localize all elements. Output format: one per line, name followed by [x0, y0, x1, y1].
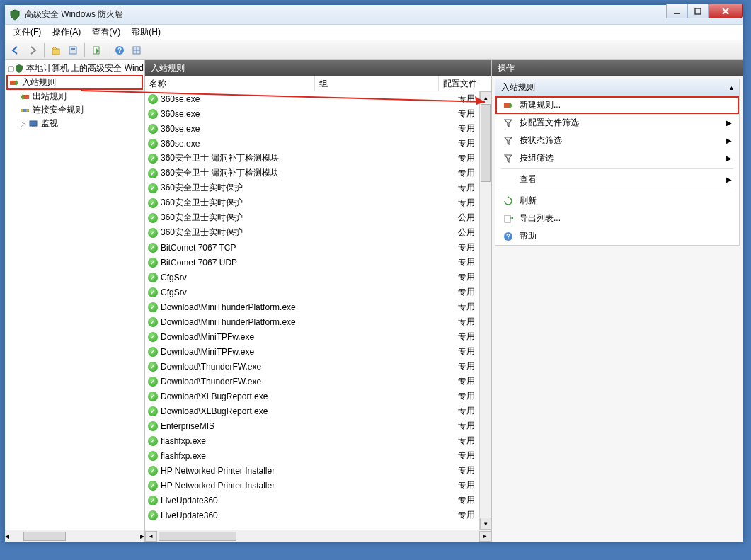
actions-body: 入站规则 ▴ 新建规则... 按配置文件筛选 ▶ 按状态筛选 [492, 76, 743, 542]
collapse-icon[interactable]: ▴ [730, 84, 733, 91]
help-icon: ? [503, 231, 514, 242]
titlebar[interactable]: 高级安全 Windows 防火墙 [5, 5, 743, 25]
tree-root[interactable]: ▢ 本地计算机 上的高级安全 Wind [6, 62, 143, 75]
menu-file[interactable]: 文件(F) [8, 25, 47, 40]
refresh-icon [503, 195, 514, 207]
action-help[interactable]: ? 帮助 [495, 227, 739, 245]
rule-row[interactable]: 360安全卫士实时保护专用 [145, 181, 491, 195]
rule-row[interactable]: Download\XLBugReport.exe专用 [145, 404, 491, 418]
properties-button[interactable] [65, 42, 81, 58]
rule-row[interactable]: flashfxp.exe专用 [145, 448, 491, 463]
view-toggle-button[interactable] [129, 42, 144, 58]
rules-list[interactable]: 360se.exe专用360se.exe专用360se.exe专用360se.e… [145, 91, 491, 530]
rule-row[interactable]: BitComet 7067 UDP专用 [145, 255, 491, 270]
up-button[interactable] [48, 42, 64, 58]
rule-row[interactable]: Download\MiniTPFw.exe专用 [145, 329, 491, 344]
tree-outbound-rules[interactable]: 出站规则 [6, 90, 143, 103]
enabled-icon [148, 228, 158, 238]
action-refresh-label: 刷新 [520, 195, 537, 207]
rule-row[interactable]: Download\MiniTPFw.exe专用 [145, 344, 491, 359]
rule-row[interactable]: flashfxp.exe专用 [145, 433, 491, 448]
rule-row[interactable]: Download\MiniThunderPlatform.exe专用 [145, 299, 491, 314]
rule-row[interactable]: LiveUpdate360专用 [145, 493, 491, 508]
rule-row[interactable]: HP Networked Printer Installer专用 [145, 463, 491, 478]
tree-connection-security[interactable]: 连接安全规则 [6, 103, 143, 117]
col-profile[interactable]: 配置文件 [439, 76, 491, 91]
firewall-window: 高级安全 Windows 防火墙 文件(F) 操作(A) 查看(V) 帮助(H)… [4, 4, 743, 542]
action-filter-group[interactable]: 按组筛选 ▶ [495, 149, 739, 167]
tree-inbound-rules[interactable]: 入站规则 [6, 75, 143, 90]
action-refresh[interactable]: 刷新 [495, 192, 739, 210]
rule-profile: 专用 [458, 137, 475, 149]
rule-row[interactable]: Download\XLBugReport.exe专用 [145, 389, 491, 404]
scroll-thumb[interactable] [159, 532, 236, 541]
rule-profile: 专用 [458, 197, 475, 209]
action-filter-profile[interactable]: 按配置文件筛选 ▶ [495, 114, 739, 132]
action-export[interactable]: 导出列表... [495, 210, 739, 227]
rule-row[interactable]: 360se.exe专用 [145, 106, 491, 121]
tree-monitor[interactable]: ▷ 监视 [6, 117, 143, 130]
col-group[interactable]: 组 [315, 76, 439, 91]
rule-row[interactable]: 360se.exe专用 [145, 136, 491, 151]
scroll-right-arrow[interactable]: ▸ [479, 531, 491, 542]
actions-section-header[interactable]: 入站规则 ▴ [495, 79, 739, 96]
rule-row[interactable]: HP Networked Printer Installer专用 [145, 478, 491, 493]
outbound-icon [19, 91, 30, 103]
rule-row[interactable]: LiveUpdate360专用 [145, 508, 491, 522]
rule-name: 360安全卫士 漏洞补丁检测模块 [161, 152, 458, 164]
action-new-rule[interactable]: 新建规则... [495, 96, 739, 114]
svg-rect-1 [695, 8, 701, 14]
rule-row[interactable]: Download\ThunderFW.exe专用 [145, 374, 491, 389]
rule-profile: 专用 [458, 93, 475, 105]
col-name[interactable]: 名称 [145, 76, 315, 91]
rule-name: BitComet 7067 TCP [161, 243, 458, 253]
expand-icon[interactable]: ▷ [19, 120, 28, 127]
forward-button[interactable] [25, 42, 40, 58]
tree-h-scrollbar[interactable]: ◂ ▸ [5, 530, 144, 542]
menu-view[interactable]: 查看(V) [86, 25, 126, 40]
rules-h-scrollbar[interactable]: ◂ ▸ [145, 530, 491, 542]
maximize-button[interactable] [687, 4, 709, 18]
rule-row[interactable]: 360se.exe专用 [145, 121, 491, 136]
scroll-down-arrow[interactable]: ▾ [480, 518, 491, 530]
back-button[interactable] [8, 42, 23, 58]
rule-row[interactable]: Download\ThunderFW.exe专用 [145, 359, 491, 374]
menu-action[interactable]: 操作(A) [47, 25, 86, 40]
rule-profile: 专用 [458, 450, 475, 462]
rule-row[interactable]: BitComet 7067 TCP专用 [145, 240, 491, 255]
svg-rect-19 [505, 215, 510, 222]
rule-profile: 公用 [458, 212, 475, 224]
action-filter-profile-label: 按配置文件筛选 [520, 117, 579, 129]
scroll-up-arrow[interactable]: ▴ [480, 91, 491, 103]
action-filter-state[interactable]: 按状态筛选 ▶ [495, 132, 739, 149]
rule-profile: 专用 [458, 316, 475, 328]
scroll-thumb[interactable] [23, 532, 66, 541]
rule-row[interactable]: CfgSrv专用 [145, 270, 491, 285]
rule-row[interactable]: 360安全卫士实时保护公用 [145, 210, 491, 225]
rule-row[interactable]: 360安全卫士实时保护专用 [145, 195, 491, 210]
svg-rect-18 [504, 103, 510, 108]
rule-row[interactable]: 360se.exe专用 [145, 91, 491, 106]
action-view[interactable]: 查看 ▶ [495, 171, 739, 188]
rule-row[interactable]: CfgSrv专用 [145, 285, 491, 299]
minimize-button[interactable] [666, 4, 687, 18]
column-headers: 名称 组 配置文件 [145, 76, 491, 91]
rule-row[interactable]: 360安全卫士 漏洞补丁检测模块专用 [145, 166, 491, 181]
tree-pane[interactable]: ▢ 本地计算机 上的高级安全 Wind 入站规则 出站规则 连接安全规则 ▷ 监… [5, 60, 145, 542]
rules-v-scrollbar[interactable]: ▴ ▾ [479, 91, 491, 530]
rule-row[interactable]: EnterpriseMIS专用 [145, 418, 491, 433]
export-button[interactable] [88, 42, 104, 58]
help-button[interactable]: ? [112, 42, 127, 58]
rule-name: flashfxp.exe [161, 436, 458, 446]
rule-row[interactable]: Download\MiniThunderPlatform.exe专用 [145, 314, 491, 329]
rule-row[interactable]: 360安全卫士 漏洞补丁检测模块专用 [145, 151, 491, 166]
scroll-left-arrow[interactable]: ◂ [145, 531, 157, 542]
menu-help[interactable]: 帮助(H) [126, 25, 166, 40]
rule-row[interactable]: 360安全卫士实时保护公用 [145, 225, 491, 240]
scroll-right-arrow[interactable]: ▸ [140, 531, 144, 541]
close-button[interactable] [709, 4, 743, 18]
collapse-icon[interactable]: ▢ [8, 64, 14, 72]
scroll-left-arrow[interactable]: ◂ [5, 531, 9, 541]
rule-name: LiveUpdate360 [161, 510, 458, 520]
scroll-thumb[interactable] [481, 104, 491, 182]
